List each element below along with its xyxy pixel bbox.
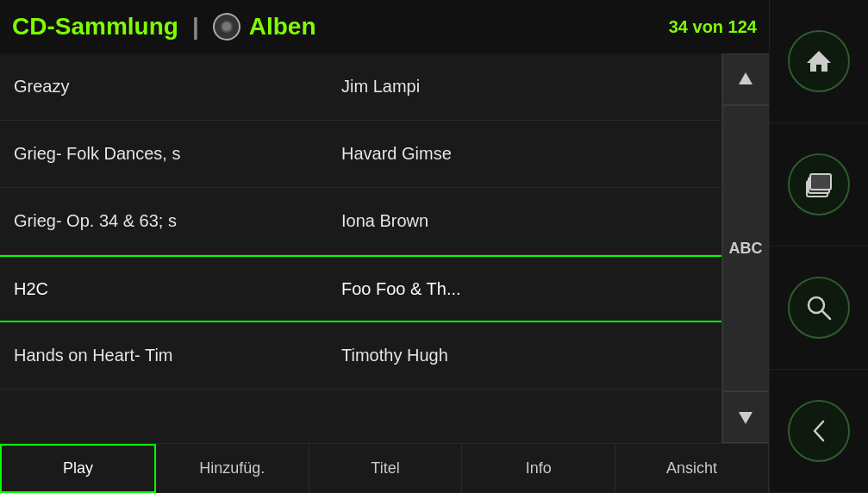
- svg-line-7: [822, 311, 830, 319]
- svg-marker-1: [739, 412, 752, 424]
- track-list: GreazyJim LampiGrieg- Folk Dances, sHava…: [0, 53, 721, 443]
- row-title: Greazy: [14, 77, 341, 97]
- main-area: CD-Sammlung | Alben 34 von 124 GreazyJim…: [0, 0, 769, 493]
- bottom-bar: PlayHinzufüg.TitelInfoAnsicht: [0, 443, 769, 493]
- row-artist: Jim Lampi: [341, 77, 708, 97]
- album-label: Alben: [249, 13, 316, 41]
- row-artist: Timothy Hugh: [341, 346, 708, 365]
- cards-button[interactable]: [770, 123, 868, 246]
- home-icon-circle: [788, 30, 850, 92]
- hinzufug-button[interactable]: Hinzufüg.: [156, 444, 309, 493]
- svg-marker-0: [739, 72, 752, 84]
- search-icon-circle: [788, 277, 850, 339]
- row-artist: Foo Foo & Th...: [341, 279, 708, 299]
- list-row[interactable]: GreazyJim Lampi: [0, 53, 721, 121]
- list-row[interactable]: Grieg- Op. 34 & 63; sIona Brown: [0, 188, 721, 255]
- header-title: CD-Sammlung | Alben: [12, 13, 316, 41]
- row-title: H2C: [14, 279, 341, 299]
- list-container: GreazyJim LampiGrieg- Folk Dances, sHava…: [0, 53, 769, 443]
- list-row[interactable]: Grieg- Folk Dances, sHavard Gimse: [0, 121, 721, 188]
- scrollbar: ABC: [721, 53, 769, 443]
- row-artist: Iona Brown: [341, 211, 708, 231]
- row-title: Grieg- Folk Dances, s: [14, 144, 341, 164]
- right-sidebar: [769, 0, 868, 493]
- list-row[interactable]: H2CFoo Foo & Th...: [0, 255, 721, 322]
- row-title: Grieg- Op. 34 & 63; s: [14, 211, 341, 231]
- collection-label: CD-Sammlung: [12, 13, 178, 41]
- ansicht-button[interactable]: Ansicht: [615, 444, 769, 493]
- disc-icon: [213, 13, 240, 41]
- abc-label[interactable]: ABC: [722, 105, 770, 391]
- scroll-down-button[interactable]: [722, 391, 770, 443]
- row-title: Hands on Heart- Tim: [14, 346, 341, 365]
- back-button[interactable]: [770, 370, 868, 493]
- info-button[interactable]: Info: [462, 444, 615, 493]
- home-button[interactable]: [770, 0, 868, 123]
- scroll-up-button[interactable]: [722, 53, 770, 105]
- row-artist: Havard Gimse: [341, 144, 708, 164]
- header: CD-Sammlung | Alben 34 von 124: [0, 0, 769, 53]
- search-button[interactable]: [770, 246, 868, 370]
- svg-marker-2: [807, 51, 831, 72]
- list-row[interactable]: Hands on Heart- TimTimothy Hugh: [0, 322, 721, 390]
- separator: |: [192, 13, 199, 41]
- svg-rect-5: [810, 174, 831, 190]
- back-icon-circle: [788, 400, 850, 462]
- cards-icon-circle: [788, 153, 850, 215]
- play-button[interactable]: Play: [0, 444, 156, 493]
- counter: 34 von 124: [669, 17, 757, 37]
- titel-button[interactable]: Titel: [309, 444, 463, 493]
